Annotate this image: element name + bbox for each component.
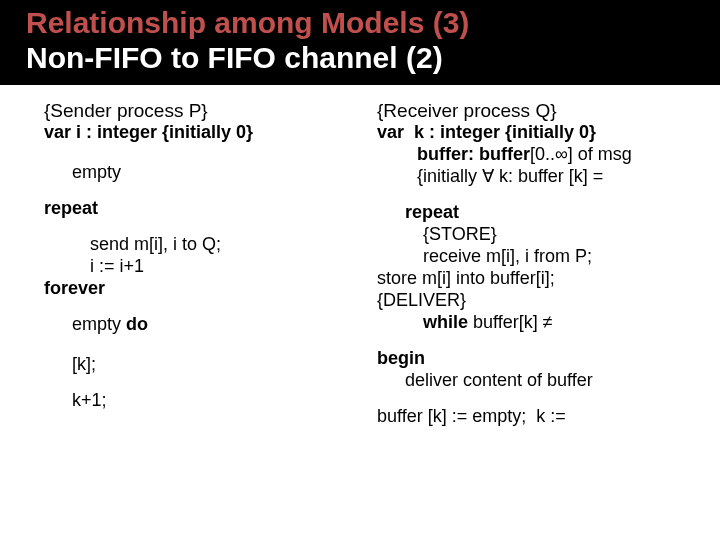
receiver-last: buffer [k] := empty; k := (377, 406, 702, 428)
slide: Relationship among Models (3) Non-FIFO t… (0, 0, 720, 540)
receiver-deliver: {DELIVER} (377, 290, 702, 312)
sender-empty: empty (44, 162, 369, 184)
receiver-decl2: buffer: buffer[0..∞] of msg (377, 144, 702, 166)
receiver-header: {Receiver process Q} (377, 99, 702, 122)
receiver-begin1: deliver content of buffer (377, 370, 702, 392)
sender-empty-do: empty do (44, 314, 369, 336)
sender-forever: forever (44, 278, 369, 300)
body-columns: {Sender process P} var i : integer {init… (0, 85, 720, 428)
title-line-1: Relationship among Models (3) (26, 6, 694, 41)
receiver-while: while buffer[k] ≠ (377, 312, 702, 334)
sender-send: send m[i], i to Q; (44, 234, 369, 256)
receiver-column: {Receiver process Q} var k : integer {in… (377, 99, 702, 428)
title-band: Relationship among Models (3) Non-FIFO t… (0, 0, 720, 85)
receiver-begin: begin (377, 348, 702, 370)
sender-bracket-k: [k]; (44, 354, 369, 376)
sender-incr: i := i+1 (44, 256, 369, 278)
receiver-store: {STORE} (377, 224, 702, 246)
sender-decl: var i : integer {initially 0} (44, 122, 369, 144)
sender-repeat: repeat (44, 198, 369, 220)
receiver-receive: receive m[i], i from P; (377, 246, 702, 268)
receiver-decl3: {initially ∀ k: buffer [k] = (377, 166, 702, 188)
sender-header: {Sender process P} (44, 99, 369, 122)
receiver-decl1: var k : integer {initially 0} (377, 122, 702, 144)
sender-column: {Sender process P} var i : integer {init… (44, 99, 369, 428)
title-line-2: Non-FIFO to FIFO channel (2) (26, 41, 694, 76)
receiver-repeat: repeat (377, 202, 702, 224)
receiver-storebuf: store m[i] into buffer[i]; (377, 268, 702, 290)
sender-kplus: k+1; (44, 390, 369, 412)
